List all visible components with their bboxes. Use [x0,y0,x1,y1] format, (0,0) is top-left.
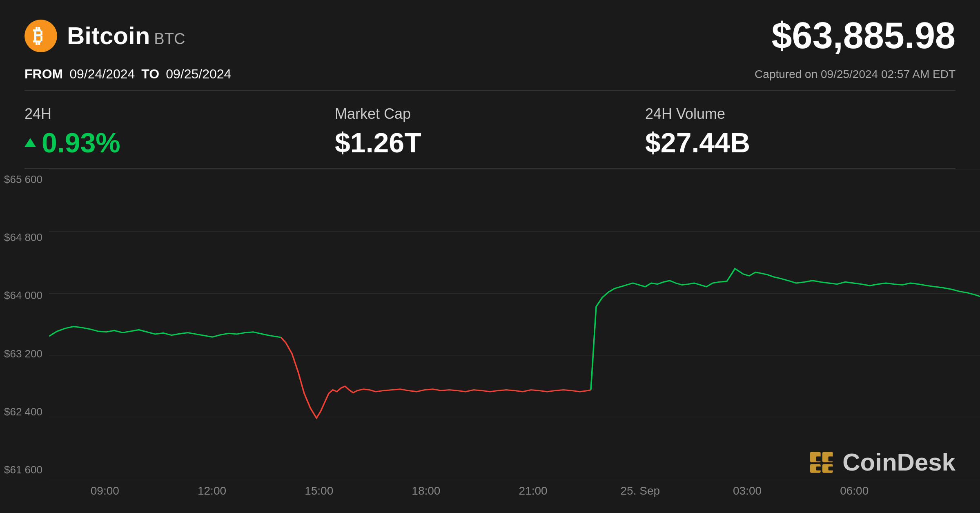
coin-info: ₿ BitcoinBTC [24,20,185,52]
green-line-2 [591,269,980,390]
chart-area: $65 600 $64 800 $64 000 $63 200 $62 400 … [0,169,980,513]
stats-row: 24H 0.93% Market Cap $1.26T 24H Volume $… [0,91,980,168]
svg-rect-12 [829,456,833,461]
volume-label: 24H Volume [645,105,956,123]
x-label-0900: 09:00 [91,484,119,497]
x-label-1500: 15:00 [305,484,333,497]
market-cap-value: $1.26T [335,127,645,158]
to-label: TO [141,67,159,82]
coindesk-label: CoinDesk [842,448,956,476]
x-label-1800: 18:00 [412,484,440,497]
date-range: FROM 09/24/2024 TO 09/25/2024 [24,67,231,82]
x-label-0300: 03:00 [733,484,762,497]
x-label-1200: 12:00 [198,484,226,497]
date-row: FROM 09/24/2024 TO 09/25/2024 Captured o… [0,67,980,90]
svg-rect-13 [816,466,821,470]
stat-volume: 24H Volume $27.44B [645,105,956,158]
x-label-25sep: 25. Sep [621,484,660,497]
coin-ticker: BTC [154,30,185,47]
y-axis-labels: $65 600 $64 800 $64 000 $63 200 $62 400 … [0,169,49,480]
y-label-5: $61 600 [0,464,49,476]
header: ₿ BitcoinBTC $63,885.98 [0,0,980,67]
change-value: 0.93% [24,127,335,158]
period-label: 24H [24,105,335,123]
current-price: $63,885.98 [772,15,956,57]
btc-icon: ₿ [24,20,57,52]
coindesk-icon-svg [808,450,837,475]
x-axis: 09:00 12:00 15:00 18:00 21:00 25. Sep 03… [49,480,980,513]
from-date: 09/24/2024 [69,67,135,82]
volume-value: $27.44B [645,127,956,158]
y-label-2: $64 000 [0,289,49,302]
price-chart-svg [49,169,980,480]
y-label-0: $65 600 [0,173,49,186]
captured-text: Captured on 09/25/2024 02:57 AM EDT [755,68,956,81]
red-line [281,337,591,418]
to-date: 09/25/2024 [166,67,231,82]
y-label-4: $62 400 [0,406,49,418]
x-label-0600: 06:00 [840,484,869,497]
coindesk-logo: CoinDesk [808,448,956,476]
svg-rect-11 [816,456,821,461]
coin-name: Bitcoin [67,22,150,49]
stat-24h: 24H 0.93% [24,105,335,158]
green-line-1 [49,326,281,337]
svg-text:₿: ₿ [33,25,43,47]
coin-name-group: BitcoinBTC [67,22,185,50]
svg-rect-14 [829,466,833,470]
market-cap-label: Market Cap [335,105,645,123]
up-arrow-icon [24,138,36,147]
main-container: ₿ BitcoinBTC $63,885.98 FROM 09/24/2024 … [0,0,980,513]
chart-svg-container [49,169,980,480]
x-label-2100: 21:00 [519,484,548,497]
from-label: FROM [24,67,63,82]
y-label-1: $64 800 [0,231,49,244]
y-label-3: $63 200 [0,348,49,360]
stat-market-cap: Market Cap $1.26T [335,105,645,158]
